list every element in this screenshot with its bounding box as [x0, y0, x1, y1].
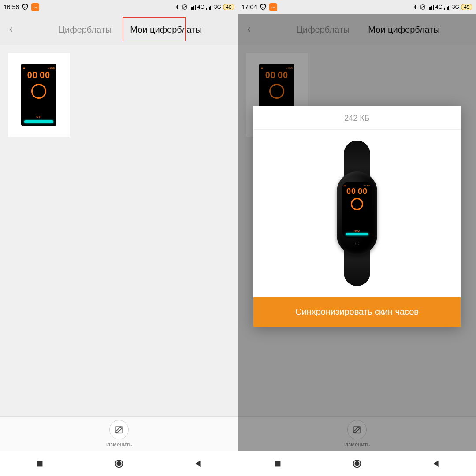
- watchface-thumbnail[interactable]: ✱01/06 00 00 500: [8, 53, 70, 137]
- edit-button[interactable]: [109, 420, 129, 439]
- recent-apps-button[interactable]: [273, 459, 283, 469]
- screenshot-left: 16:56 ∞ 4G 3G 46: [0, 0, 238, 476]
- back-button[interactable]: [0, 26, 22, 33]
- edit-icon: [115, 425, 123, 434]
- android-navbar: [238, 451, 476, 476]
- shield-icon: [22, 4, 29, 11]
- signal-1-icon: [428, 4, 434, 10]
- back-nav-button[interactable]: [193, 459, 203, 469]
- wf-hour: 00: [346, 187, 356, 195]
- network-2-label: 3G: [214, 4, 221, 10]
- dnd-icon: [182, 4, 188, 10]
- annotation-highlight: [123, 17, 186, 41]
- bluetooth-icon: [413, 4, 418, 10]
- battery-indicator: 45: [461, 4, 472, 10]
- header: Циферблаты Мои циферблаты: [0, 14, 238, 45]
- home-button[interactable]: [352, 459, 362, 469]
- watch-body: ✱01/06 00 00 500: [337, 171, 377, 255]
- watchface-modal: 242 КБ ✱01/06 00 00 500: [253, 106, 461, 327]
- back-nav-button[interactable]: [431, 459, 441, 469]
- chevron-left-icon: [7, 26, 15, 33]
- app-badge-icon: ∞: [31, 3, 39, 11]
- battery-indicator: 46: [223, 4, 234, 10]
- tab-watchfaces[interactable]: Циферблаты: [56, 23, 114, 36]
- activity-ring-icon: [31, 84, 46, 99]
- recent-apps-button[interactable]: [35, 459, 45, 469]
- device-preview: ✱01/06 00 00 500: [253, 130, 461, 297]
- bluetooth-icon: [175, 4, 180, 10]
- signal-2-icon: [444, 4, 450, 10]
- footer: Изменить: [0, 416, 238, 451]
- status-bar: 17:04 ∞ 4G 3G 45: [238, 0, 476, 14]
- shield-icon: [260, 4, 267, 11]
- svg-rect-2: [37, 461, 43, 467]
- wf-min: 00: [40, 71, 50, 79]
- status-bar: 16:56 ∞ 4G 3G 46: [0, 0, 238, 14]
- network-1-label: 4G: [197, 4, 205, 10]
- sync-button[interactable]: Синхронизировать скин часов: [253, 297, 461, 327]
- file-size-label: 242 КБ: [253, 106, 461, 130]
- signal-2-icon: [206, 4, 212, 10]
- home-button[interactable]: [114, 459, 124, 469]
- watchface-preview: ✱01/06 00 00 500: [21, 64, 56, 126]
- activity-ring-icon: [351, 198, 363, 210]
- svg-point-4: [117, 461, 121, 465]
- wf-min: 00: [358, 187, 368, 195]
- home-indicator-icon: [355, 242, 359, 245]
- edit-label: Изменить: [106, 441, 132, 448]
- wf-date: 01/06: [48, 67, 55, 70]
- content-area: ✱01/06 00 00 500: [0, 45, 238, 416]
- status-time: 17:04: [242, 4, 257, 11]
- watch-screen: ✱01/06 00 00 500: [342, 182, 372, 238]
- network-1-label: 4G: [435, 4, 443, 10]
- screenshot-right: 17:04 ∞ 4G 3G 45: [238, 0, 476, 476]
- network-2-label: 3G: [452, 4, 459, 10]
- status-time: 16:56: [4, 4, 19, 11]
- android-navbar: [0, 451, 238, 476]
- signal-1-icon: [190, 4, 196, 10]
- wf-steps: 500: [36, 115, 41, 119]
- wf-steps: 500: [354, 229, 360, 232]
- svg-point-9: [355, 461, 359, 465]
- wf-hour: 00: [27, 71, 38, 79]
- progress-bar-icon: [24, 120, 53, 123]
- dnd-icon: [420, 4, 426, 10]
- progress-bar-icon: [346, 233, 368, 235]
- app-badge-icon: ∞: [269, 3, 277, 11]
- svg-rect-7: [275, 461, 281, 467]
